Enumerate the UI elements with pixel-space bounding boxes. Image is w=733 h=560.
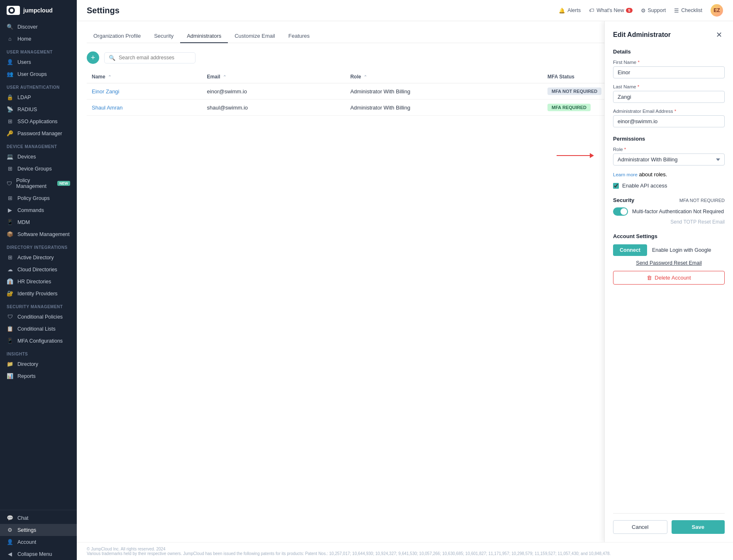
header-actions: 🔔 Alerts 🏷 What's New 5 ⚙ Support ☰ Chec… [559,4,723,17]
sidebar-item-home-label: Home [17,36,31,42]
required-marker: * [638,60,639,65]
sidebar-item-password-manager[interactable]: 🔑 Password Manager [0,127,77,139]
sidebar-item-reports[interactable]: 📊 Reports [0,370,77,382]
learn-more-link[interactable]: Learn more [613,172,638,177]
add-administrator-button[interactable]: + [87,51,99,64]
sidebar-item-user-groups[interactable]: 👥 User Groups [0,68,77,80]
security-header: Security MFA NOT REQUIRED [613,197,725,203]
edit-panel-header: Edit Administrator ✕ [613,29,725,40]
conditional-policies-icon: 🛡 [7,314,13,320]
col-email[interactable]: Email ⌃ [202,71,345,83]
checklist-btn[interactable]: ☰ Checklist [674,7,702,14]
section-device-management: DEVICE MANAGEMENT [0,139,77,151]
details-section-title: Details [613,49,725,55]
sort-icon-name: ⌃ [108,75,111,79]
mfa-toggle-row: Multi-factor Authentication Not Required [613,207,725,216]
last-name-group: Last Name * [613,84,725,103]
close-panel-button[interactable]: ✕ [713,29,725,40]
sidebar-item-policy-groups[interactable]: ⊞ Policy Groups [0,192,77,204]
cell-name-1: Einor Zangi [87,83,202,100]
sidebar-item-hr-directories[interactable]: 👔 HR Directories [0,275,77,287]
first-name-input[interactable] [613,66,725,78]
support-btn[interactable]: ⚙ Support [641,7,666,14]
section-user-management: USER MANAGEMENT [0,45,77,56]
col-role[interactable]: Role ⌃ [345,71,542,83]
user-link-1[interactable]: Einor Zangi [92,88,119,95]
cancel-button[interactable]: Cancel [613,520,667,534]
whats-new-btn[interactable]: 🏷 What's New 5 [589,7,632,13]
sidebar-item-conditional-policies[interactable]: 🛡 Conditional Policies [0,311,77,323]
sidebar-item-account[interactable]: 👤 Account [0,536,77,548]
logo-icon [7,6,20,15]
sidebar-item-active-directory[interactable]: ⊞ Active Directory [0,251,77,263]
sidebar-item-conditional-lists[interactable]: 📋 Conditional Lists [0,323,77,335]
tab-org-profile[interactable]: Organization Profile [87,29,147,43]
tab-administrators[interactable]: Administrators [180,29,228,43]
svg-rect-4 [15,12,18,13]
sidebar-item-identity-providers[interactable]: 🔐 Identity Providers [0,287,77,299]
sidebar-item-mdm[interactable]: 📱 MDM [0,216,77,228]
sidebar-item-directory[interactable]: 📁 Directory [0,358,77,370]
sidebar: jumpcloud 🔍 Discover ⌂ Home USER MANAGEM… [0,0,77,560]
alerts-btn[interactable]: 🔔 Alerts [559,7,581,14]
tab-customize-email[interactable]: Customize Email [228,29,282,43]
tab-security[interactable]: Security [147,29,180,43]
whats-new-icon: 🏷 [589,7,594,13]
sso-icon: ⊞ [7,118,13,124]
search-box: 🔍 [104,52,195,63]
sidebar-item-radius[interactable]: 📡 RADIUS [0,103,77,115]
home-icon: ⌂ [7,36,13,42]
sidebar-item-discover[interactable]: 🔍 Discover [0,21,77,33]
search-input[interactable] [119,55,191,61]
col-name[interactable]: Name ⌃ [87,71,202,83]
sidebar-item-cloud-directories[interactable]: ☁ Cloud Directories [0,263,77,275]
sidebar-item-policy-management[interactable]: 🛡 Policy Management NEW [0,175,77,192]
sidebar-item-mfa-configurations[interactable]: 📱 MFA Configurations [0,335,77,347]
sidebar-item-home[interactable]: ⌂ Home [0,33,77,45]
last-name-input[interactable] [613,91,725,103]
patent-text: Various trademarks held by their respect… [87,551,723,556]
active-directory-icon: ⊞ [7,254,13,261]
sidebar-item-settings[interactable]: ⚙ Settings [0,524,77,536]
sidebar-item-users[interactable]: 👤 Users [0,56,77,68]
sidebar-item-sso[interactable]: ⊞ SSO Applications [0,115,77,127]
sidebar-item-collapse-menu[interactable]: ◀ Collapse Menu [0,548,77,560]
first-name-group: First Name * [613,60,725,78]
sort-icon-email: ⌃ [223,75,226,79]
user-avatar[interactable]: EZ [711,4,723,17]
sidebar-item-ldap[interactable]: 🔒 LDAP [0,91,77,103]
sidebar-item-software-management[interactable]: 📦 Software Management [0,228,77,240]
send-reset-link[interactable]: Send Password Reset Email [613,260,725,266]
mfa-toggle[interactable] [613,207,628,216]
required-marker-3: * [674,109,676,114]
sidebar-item-chat[interactable]: 💬 Chat [0,512,77,524]
policy-groups-icon: ⊞ [7,195,13,201]
role-select[interactable]: Administrator With Billing Administrator… [613,153,725,166]
arrow-line [557,155,590,156]
mdm-icon: 📱 [7,219,13,225]
save-button[interactable]: Save [672,520,725,534]
sidebar-item-device-groups[interactable]: ⊞ Device Groups [0,163,77,175]
edit-panel-title: Edit Administrator [613,31,671,39]
email-label: Administrator Email Address * [613,109,725,114]
sidebar-item-devices[interactable]: 💻 Devices [0,151,77,163]
permissions-title: Permissions [613,136,725,142]
reports-icon: 📊 [7,373,13,379]
send-totp-link[interactable]: Send TOTP Reset Email [613,219,725,225]
delete-account-button[interactable]: 🗑 Delete Account [613,271,725,285]
whats-new-count: 5 [626,8,632,13]
tab-features[interactable]: Features [282,29,316,43]
sidebar-item-commands[interactable]: ▶ Commands [0,204,77,216]
new-badge: NEW [57,181,70,186]
connect-button[interactable]: Connect [613,244,647,256]
account-settings-title: Account Settings [613,233,725,239]
copyright-text: © JumpCloud Inc. All rights reserved. 20… [87,547,723,551]
cell-name-2: Shaul Amran [87,100,202,116]
last-name-label: Last Name * [613,84,725,89]
user-link-2[interactable]: Shaul Amran [92,105,122,111]
policy-management-icon: 🛡 [7,180,12,187]
enable-api-checkbox[interactable] [613,183,619,189]
logo-area[interactable]: jumpcloud [0,0,77,21]
role-label: Role * [613,147,725,152]
email-input[interactable] [613,115,725,127]
